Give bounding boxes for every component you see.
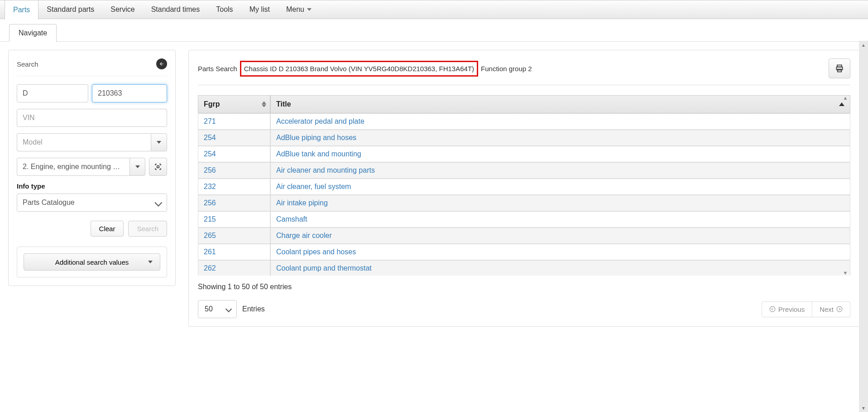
- function-group-tree-button[interactable]: [149, 158, 167, 176]
- col-header-title[interactable]: Title: [270, 95, 850, 113]
- sort-icon: [262, 102, 266, 107]
- previous-label: Previous: [778, 305, 805, 313]
- table-row: 271Accelerator pedal and plate: [198, 113, 850, 130]
- page-scrollbar[interactable]: ▲ ▼: [859, 41, 868, 335]
- title-link[interactable]: AdBlue tank and mounting: [276, 150, 361, 158]
- nav-item-standard-times[interactable]: Standard times: [143, 0, 208, 19]
- previous-button[interactable]: Previous: [762, 301, 812, 317]
- fgrp-link[interactable]: 256: [204, 199, 216, 207]
- results-table: Fgrp Title 271Accelerator pedal and plat…: [198, 95, 850, 276]
- search-heading: Search: [17, 60, 38, 68]
- nav-item-tools[interactable]: Tools: [208, 0, 241, 19]
- function-group-combo[interactable]: [17, 158, 145, 176]
- table-row: 265Charge air cooler: [198, 228, 850, 244]
- chassis-prefix-input[interactable]: [17, 84, 88, 102]
- main-area: Search: [0, 42, 868, 335]
- sort-asc-icon: [839, 102, 844, 106]
- col-header-fgrp[interactable]: Fgrp: [198, 95, 270, 113]
- fgrp-link[interactable]: 256: [204, 166, 216, 174]
- back-button[interactable]: [156, 58, 167, 69]
- title-link[interactable]: Camshaft: [276, 215, 307, 223]
- expand-icon: [154, 163, 162, 171]
- table-row: 254AdBlue tank and mounting: [198, 146, 850, 162]
- svg-point-5: [837, 306, 842, 312]
- info-type-label: Info type: [17, 182, 167, 190]
- nav-item-my-list[interactable]: My list: [241, 0, 278, 19]
- nav-item-parts[interactable]: Parts: [5, 0, 38, 19]
- additional-search-values-button[interactable]: Additional search values: [24, 253, 160, 271]
- chevron-down-icon: [148, 261, 153, 263]
- arrow-left-circle-icon: [769, 306, 776, 312]
- chevron-down-icon: [307, 8, 312, 11]
- nav-item-service[interactable]: Service: [102, 0, 143, 19]
- additional-box: Additional search values: [17, 247, 167, 277]
- function-group-input[interactable]: [17, 158, 129, 176]
- breadcrumb-parts-search[interactable]: Parts Search: [198, 65, 237, 73]
- search-button[interactable]: Search: [128, 221, 167, 237]
- model-combo[interactable]: [17, 133, 167, 151]
- search-panel: Search: [8, 50, 176, 286]
- print-button[interactable]: [829, 58, 850, 78]
- tab-navigate[interactable]: Navigate: [9, 24, 57, 42]
- entries-label: Entries: [242, 305, 265, 313]
- fgrp-link[interactable]: 215: [204, 215, 216, 223]
- title-link[interactable]: AdBlue piping and hoses: [276, 134, 356, 141]
- entries-select[interactable]: 50: [198, 300, 237, 318]
- chevron-down-icon: [135, 165, 140, 168]
- table-row: 256Air intake piping: [198, 195, 850, 211]
- svg-rect-0: [157, 166, 159, 168]
- breadcrumb-chassis-highlight[interactable]: Chassis ID D 210363 Brand Volvo (VIN YV5…: [240, 61, 478, 77]
- breadcrumb-function-group[interactable]: Function group 2: [481, 65, 532, 73]
- fgrp-link[interactable]: 261: [204, 248, 216, 256]
- showing-text: Showing 1 to 50 of 50 entries: [198, 283, 850, 291]
- col-header-title-label: Title: [276, 100, 291, 108]
- table-row: 261Coolant pipes and hoses: [198, 244, 850, 260]
- vin-input[interactable]: [17, 109, 167, 127]
- fgrp-link[interactable]: 262: [204, 264, 216, 272]
- title-link[interactable]: Air cleaner and mounting parts: [276, 166, 375, 174]
- chevron-up-icon: ▲: [859, 41, 868, 49]
- table-row: 256Air cleaner and mounting parts: [198, 162, 850, 179]
- chassis-number-input[interactable]: [92, 84, 167, 102]
- table-scroll-inner[interactable]: Fgrp Title 271Accelerator pedal and plat…: [198, 95, 850, 276]
- next-label: Next: [820, 305, 834, 313]
- title-link[interactable]: Charge air cooler: [276, 232, 332, 239]
- sub-tab-row: Navigate: [0, 19, 868, 42]
- additional-label: Additional search values: [55, 258, 129, 266]
- nav-item-menu-label: Menu: [286, 5, 304, 14]
- fgrp-link[interactable]: 271: [204, 117, 216, 125]
- fgrp-link[interactable]: 254: [204, 134, 216, 141]
- title-link[interactable]: Coolant pipes and hoses: [276, 248, 356, 256]
- table-row: 262Coolant pump and thermostat: [198, 260, 850, 276]
- results-panel: Parts Search Chassis ID D 210363 Brand V…: [188, 50, 860, 327]
- table-row: 215Camshaft: [198, 211, 850, 228]
- nav-item-menu[interactable]: Menu: [278, 0, 320, 19]
- title-link[interactable]: Air cleaner, fuel system: [276, 183, 351, 190]
- top-nav: Parts Standard parts Service Standard ti…: [0, 0, 868, 19]
- model-dropdown-button[interactable]: [151, 133, 167, 151]
- table-row: 232Air cleaner, fuel system: [198, 179, 850, 195]
- fgrp-link[interactable]: 265: [204, 232, 216, 239]
- info-type-select[interactable]: Parts Catalogue: [17, 194, 167, 212]
- next-button[interactable]: Next: [812, 301, 850, 317]
- table-row: 254AdBlue piping and hoses: [198, 130, 850, 146]
- title-link[interactable]: Coolant pump and thermostat: [276, 264, 372, 272]
- fgrp-link[interactable]: 232: [204, 183, 216, 190]
- svg-point-4: [770, 306, 775, 312]
- pager: Previous Next: [762, 301, 850, 317]
- clear-button[interactable]: Clear: [91, 221, 124, 237]
- arrow-right-circle-icon: [836, 306, 843, 312]
- fgrp-link[interactable]: 254: [204, 150, 216, 158]
- col-header-fgrp-label: Fgrp: [204, 100, 220, 108]
- nav-item-standard-parts[interactable]: Standard parts: [38, 0, 102, 19]
- title-link[interactable]: Air intake piping: [276, 199, 328, 207]
- breadcrumb: Parts Search Chassis ID D 210363 Brand V…: [198, 61, 535, 77]
- print-icon: [835, 64, 844, 73]
- model-input[interactable]: [17, 133, 151, 151]
- chevron-down-icon: [157, 141, 161, 144]
- title-link[interactable]: Accelerator pedal and plate: [276, 117, 364, 125]
- arrow-left-icon: [159, 61, 164, 67]
- table-scroll: Fgrp Title 271Accelerator pedal and plat…: [198, 95, 850, 276]
- function-group-dropdown-button[interactable]: [129, 158, 145, 176]
